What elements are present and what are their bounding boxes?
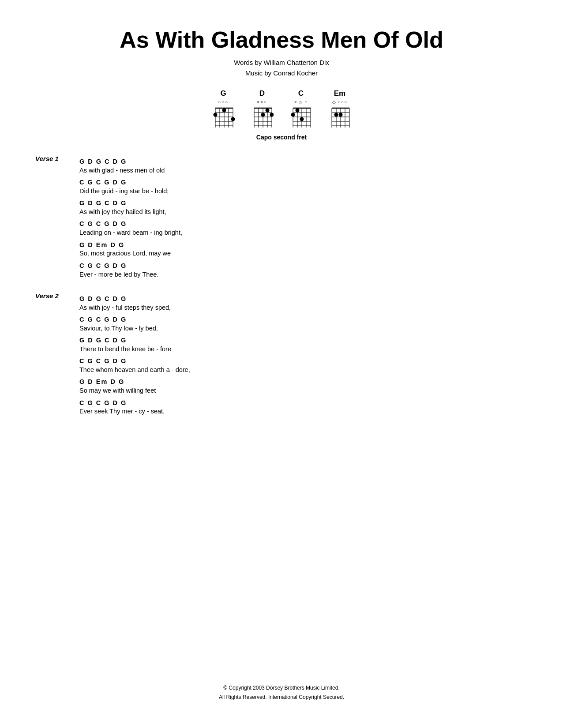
lyric-line: Thee whom heaven and earth a - dore, bbox=[79, 365, 528, 374]
chord-diagrams: G ○○○ bbox=[35, 89, 528, 129]
chord-line: G D G C D G bbox=[79, 158, 528, 166]
verse-1-block: Verse 1 G D G C D G As with glad - ness … bbox=[35, 154, 528, 279]
capo-text: Capo second fret bbox=[35, 134, 528, 141]
svg-point-11 bbox=[222, 109, 226, 113]
chord-line: C G C G D G bbox=[79, 178, 528, 187]
lyric-line: Ever seek Thy mer - cy - seat. bbox=[79, 407, 528, 416]
svg-point-38 bbox=[300, 117, 304, 121]
lyric-line: So, most gracious Lord, may we bbox=[79, 249, 528, 258]
lyric-line: Ever - more be led by Thee. bbox=[79, 270, 528, 279]
verse-1-label: Verse 1 bbox=[35, 154, 79, 279]
lyric-line: There to bend the knee be - fore bbox=[79, 345, 528, 353]
chord-line: G D G C D G bbox=[79, 199, 528, 207]
chord-line: G D G C D G bbox=[79, 336, 528, 345]
chord-line: C G C G D G bbox=[79, 220, 528, 228]
page-title: As With Gladness Men Of Old bbox=[35, 26, 528, 53]
song-content: Verse 1 G D G C D G As with glad - ness … bbox=[35, 154, 528, 416]
chord-line: C G C G D G bbox=[79, 399, 528, 407]
svg-point-37 bbox=[296, 109, 300, 113]
lyric-line: Leading on - ward beam - ing bright, bbox=[79, 228, 528, 237]
lyric-line: As with joy they hailed its light, bbox=[79, 207, 528, 216]
verse-1-lines: G D G C D G As with glad - ness men of o… bbox=[79, 154, 528, 279]
subtitle: Words by William Chatterton Dix Music by… bbox=[35, 57, 528, 79]
lyric-line: Saviour, to Thy low - ly bed, bbox=[79, 324, 528, 333]
chord-line: C G C G D G bbox=[79, 315, 528, 324]
chord-g: G ○○○ bbox=[212, 89, 235, 129]
lyric-line: As with glad - ness men of old bbox=[79, 166, 528, 175]
chord-d: D ××○ bbox=[251, 89, 274, 129]
chord-line: G D Em D G bbox=[79, 378, 528, 386]
chord-line: C G C G D G bbox=[79, 357, 528, 365]
chord-line: G D G C D G bbox=[79, 295, 528, 303]
lyric-line: Did the guid - ing star be - hold; bbox=[79, 187, 528, 195]
svg-point-24 bbox=[261, 113, 265, 117]
chord-em: Em ◇ ○○○ bbox=[328, 89, 351, 129]
lyric-line: So may we with willing feet bbox=[79, 386, 528, 395]
svg-point-50 bbox=[339, 113, 343, 117]
svg-point-23 bbox=[266, 109, 270, 113]
footer: © Copyright 2003 Dorsey Brothers Music L… bbox=[0, 683, 563, 702]
lyric-line: As with joy - ful steps they sped, bbox=[79, 303, 528, 312]
svg-point-12 bbox=[231, 117, 235, 121]
verse-2-label: Verse 2 bbox=[35, 291, 79, 416]
svg-point-10 bbox=[214, 113, 218, 117]
chord-c: C × ◇ ○ bbox=[289, 89, 312, 129]
chord-line: G D Em D G bbox=[79, 241, 528, 249]
svg-point-25 bbox=[270, 113, 274, 117]
svg-point-49 bbox=[334, 113, 338, 117]
svg-point-36 bbox=[291, 113, 295, 117]
verse-2-block: Verse 2 G D G C D G As with joy - ful st… bbox=[35, 291, 528, 416]
chord-line: C G C G D G bbox=[79, 262, 528, 270]
verse-2-lines: G D G C D G As with joy - ful steps they… bbox=[79, 291, 528, 416]
